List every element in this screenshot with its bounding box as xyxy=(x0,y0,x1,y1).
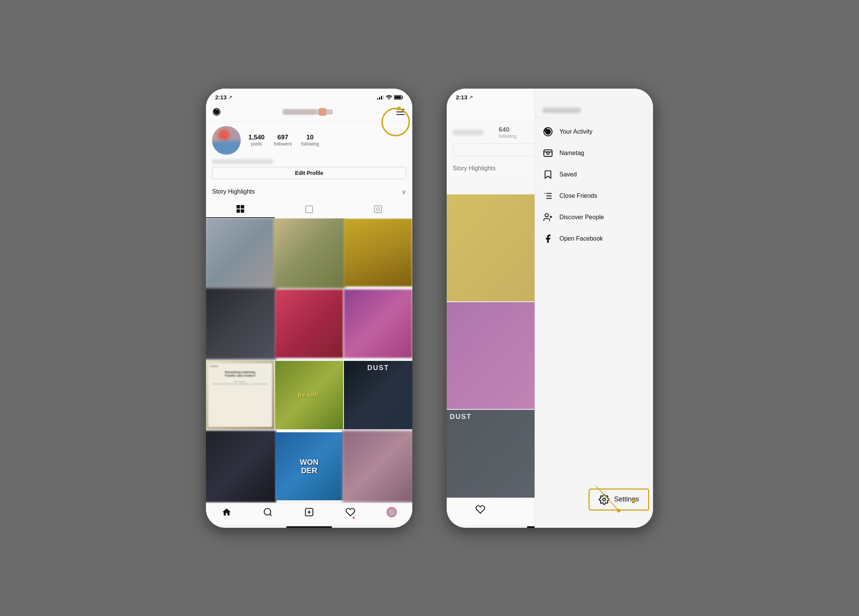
followers-label: followers xyxy=(274,141,292,147)
tagged-tab-icon xyxy=(373,205,382,214)
bottom-nav-1 xyxy=(206,503,412,525)
posts-count: 1,540 xyxy=(248,134,265,141)
menu-item-discover-people-label: Discover People xyxy=(559,214,604,221)
bookmark-icon xyxy=(543,169,553,180)
scene: 2:13 ↗ xyxy=(0,0,859,616)
wifi-icon-1 xyxy=(386,95,392,100)
status-time-2: 2:13 xyxy=(456,94,467,100)
close-friends-icon xyxy=(543,191,553,201)
status-bar-1: 2:13 ↗ xyxy=(206,89,412,103)
menu-item-close-friends[interactable]: Close Friends xyxy=(535,185,653,207)
svg-point-9 xyxy=(376,208,379,211)
nav-heart-2[interactable] xyxy=(475,504,485,514)
location-arrow-1: ↗ xyxy=(228,94,232,100)
stat-followers: 697 followers xyxy=(274,134,292,147)
menu-item-saved[interactable]: Saved xyxy=(535,164,653,185)
grid-cell-11[interactable]: WONDER xyxy=(275,432,344,501)
nav-home[interactable] xyxy=(222,507,232,517)
posts-label: posts xyxy=(251,141,262,147)
edit-profile-button[interactable]: Edit Profile xyxy=(212,167,406,179)
grid-cell-3[interactable] xyxy=(344,218,412,287)
svg-rect-5 xyxy=(237,209,240,213)
svg-point-10 xyxy=(264,508,271,515)
following-label: following xyxy=(301,141,319,147)
following-count: 10 xyxy=(306,134,314,141)
nav-search[interactable] xyxy=(263,507,273,517)
menu-item-open-facebook[interactable]: Open Facebook xyxy=(535,228,653,249)
story-highlights-section[interactable]: Story Highlights ∨ xyxy=(206,184,412,200)
nav-heart[interactable] xyxy=(345,507,355,517)
svg-point-30 xyxy=(603,498,605,501)
grid-tab-icon xyxy=(236,204,245,213)
menu-item-nametag[interactable]: Nametag xyxy=(535,142,653,164)
svg-rect-1 xyxy=(402,96,403,98)
profile-row-1: 1,540 posts 697 followers 10 following xyxy=(212,126,406,155)
menu-item-discover-people[interactable]: Discover People xyxy=(535,207,653,228)
nav-add[interactable] xyxy=(304,507,314,517)
followers-count: 697 xyxy=(277,134,288,141)
signal-icon-1 xyxy=(377,95,384,100)
discover-people-icon xyxy=(543,212,553,223)
nav-profile[interactable] xyxy=(387,507,397,517)
tab-grid[interactable] xyxy=(206,200,275,218)
tab-tagged[interactable] xyxy=(344,200,412,218)
svg-rect-2 xyxy=(395,96,401,99)
settings-highlight-box[interactable]: Settings xyxy=(588,488,649,511)
grid-cell-10[interactable] xyxy=(206,430,276,502)
stat-following: 10 following xyxy=(301,134,319,147)
menu-username-bar xyxy=(543,108,581,113)
facebook-icon xyxy=(543,233,553,244)
grid-cell-8[interactable]: Be soft. xyxy=(275,361,344,429)
svg-rect-7 xyxy=(306,206,313,213)
svg-rect-6 xyxy=(241,209,244,213)
nav-avatar-1 xyxy=(387,507,397,517)
location-arrow-2: ↗ xyxy=(469,94,473,100)
yellow-dot-hamburger xyxy=(397,107,401,110)
profile-section-1: 1,540 posts 697 followers 10 following xyxy=(206,121,412,184)
grid-cell-9[interactable]: DUST xyxy=(344,361,412,429)
menu-item-close-friends-label: Close Friends xyxy=(559,192,597,199)
menu-panel: Your Activity Nametag Saved xyxy=(535,89,653,528)
story-highlights-label: Story Highlights xyxy=(212,188,255,195)
menu-item-saved-label: Saved xyxy=(559,171,577,178)
yellow-dot-settings-nav xyxy=(632,499,636,503)
svg-rect-4 xyxy=(241,205,244,209)
heart-notification-dot xyxy=(353,517,355,519)
grid-cell-1[interactable] xyxy=(206,218,276,288)
status-icons-1 xyxy=(377,95,403,100)
settings-gear-icon xyxy=(599,494,609,505)
avatar-1 xyxy=(212,126,241,155)
svg-rect-8 xyxy=(374,206,381,213)
profile-name-bar xyxy=(212,159,273,164)
story-highlights-label-2: Story Highlights xyxy=(453,165,496,172)
activity-icon xyxy=(543,126,553,137)
svg-rect-19 xyxy=(544,150,552,156)
tab-single[interactable] xyxy=(275,200,344,218)
svg-point-27 xyxy=(545,213,548,217)
grid-cell-4[interactable] xyxy=(206,288,276,360)
story-highlights-chevron: ∨ xyxy=(402,188,406,196)
history-icon[interactable] xyxy=(212,107,221,116)
grid-cell-5[interactable] xyxy=(275,289,344,358)
grid-cell-2[interactable] xyxy=(273,218,345,288)
phone-1: 2:13 ↗ xyxy=(206,89,412,528)
photo-grid-1: Library Everything matching"Charlie Jane… xyxy=(206,218,412,503)
single-tab-icon xyxy=(305,205,314,214)
menu-item-nametag-label: Nametag xyxy=(559,150,584,157)
phone-2: 2:13 ↗ xyxy=(447,89,653,528)
menu-item-your-activity[interactable]: Your Activity xyxy=(535,121,653,142)
menu-items-list: Your Activity Nametag Saved xyxy=(535,118,653,326)
grid-cell-12[interactable] xyxy=(342,430,412,502)
battery-icon-1 xyxy=(394,95,403,100)
header-1 xyxy=(206,103,412,121)
content-tabs-1 xyxy=(206,200,412,218)
menu-header xyxy=(535,89,653,118)
menu-item-open-facebook-label: Open Facebook xyxy=(559,235,603,242)
grid-cell-6[interactable] xyxy=(344,289,412,358)
header-username-1 xyxy=(283,109,333,115)
grid-cell-7[interactable]: Library Everything matching"Charlie Jane… xyxy=(206,361,274,429)
nametag-icon xyxy=(543,148,553,158)
stats-1: 1,540 posts 697 followers 10 following xyxy=(248,134,406,147)
menu-item-your-activity-label: Your Activity xyxy=(559,128,593,135)
home-indicator-1 xyxy=(286,526,332,528)
